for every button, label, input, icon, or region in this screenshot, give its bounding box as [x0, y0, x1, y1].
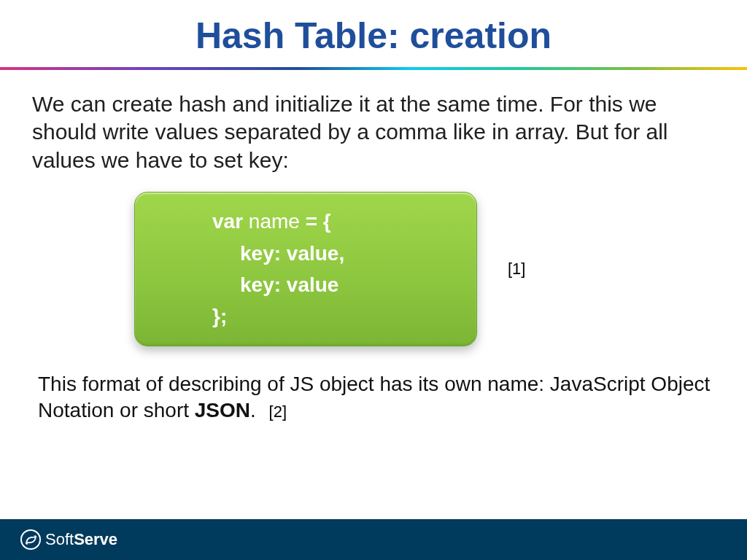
- brand-text: SoftServe: [45, 530, 117, 549]
- keyword-var: var: [212, 210, 243, 233]
- page-title: Hash Table: creation: [0, 0, 747, 67]
- code-line-3: key: value: [212, 269, 456, 300]
- code-block: var name = { key: value, key: value };: [134, 192, 477, 346]
- footer-bar: SoftServe: [0, 519, 747, 560]
- code-line-1: var name = {: [212, 206, 456, 237]
- reference-1: [1]: [508, 260, 525, 279]
- reference-2: [2]: [269, 402, 287, 421]
- paragraph2-text: This format of describing of JS object h…: [38, 373, 710, 421]
- paragraph-json: This format of describing of JS object h…: [32, 371, 715, 424]
- brace-open: = {: [306, 210, 331, 233]
- json-bold: JSON: [195, 399, 250, 421]
- brand-logo: SoftServe: [20, 529, 117, 550]
- paragraph2-dot: .: [250, 399, 256, 421]
- softserve-icon: [20, 529, 41, 550]
- code-line-4: };: [212, 300, 456, 332]
- brand-serve: Serve: [74, 530, 117, 548]
- content-area: We can create hash and initialize it at …: [0, 70, 747, 424]
- slide: Hash Table: creation We can create hash …: [0, 0, 747, 560]
- brand-soft: Soft: [45, 530, 74, 548]
- identifier-name: name: [243, 210, 306, 233]
- code-row: var name = { key: value, key: value }; […: [32, 192, 715, 346]
- intro-paragraph: We can create hash and initialize it at …: [32, 90, 715, 174]
- code-line-2: key: value,: [212, 238, 456, 269]
